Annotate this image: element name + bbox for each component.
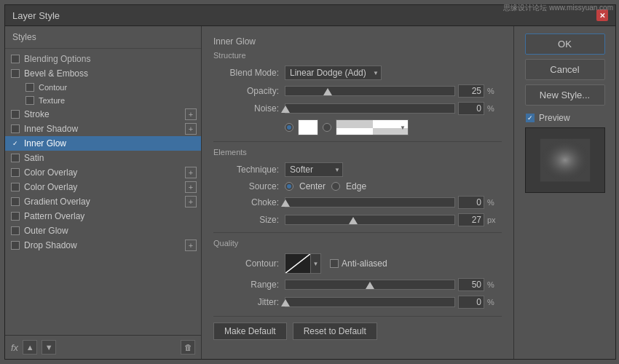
sidebar-item-satin[interactable]: Satin bbox=[5, 151, 201, 165]
bevel-emboss-checkbox[interactable] bbox=[11, 69, 20, 78]
cancel-button[interactable]: Cancel bbox=[525, 59, 605, 80]
jitter-thumb bbox=[281, 299, 290, 306]
contour-dropdown-btn[interactable]: ▼ bbox=[311, 253, 321, 274]
gradient-overlay-add-btn[interactable]: + bbox=[185, 196, 197, 207]
sidebar-item-contour[interactable]: Contour bbox=[5, 81, 201, 94]
inner-glow-checkbox[interactable]: ✓ bbox=[11, 139, 20, 148]
range-input[interactable] bbox=[458, 278, 484, 291]
section-subtitle-structure: Structure bbox=[213, 51, 502, 60]
color-radio[interactable] bbox=[285, 123, 293, 132]
size-slider[interactable] bbox=[285, 215, 455, 225]
pattern-overlay-label: Pattern Overlay bbox=[24, 211, 84, 221]
gradient-overlay-checkbox[interactable] bbox=[11, 197, 20, 206]
drop-shadow-checkbox[interactable] bbox=[11, 241, 20, 250]
texture-checkbox[interactable] bbox=[25, 96, 34, 105]
stroke-add-btn[interactable]: + bbox=[185, 108, 197, 120]
delete-button[interactable]: 🗑 bbox=[181, 340, 195, 355]
anti-aliased-checkbox[interactable] bbox=[330, 259, 339, 268]
sidebar-item-inner-shadow[interactable]: Inner Shadow + bbox=[5, 122, 201, 136]
preview-checkbox[interactable]: ✓ bbox=[526, 114, 535, 122]
dialog-body: Styles Blending Options Bevel & Emboss C… bbox=[5, 26, 615, 359]
sidebar-item-stroke[interactable]: Stroke + bbox=[5, 107, 201, 122]
drop-shadow-add-btn[interactable]: + bbox=[185, 240, 197, 251]
choke-thumb bbox=[281, 199, 290, 207]
inner-shadow-checkbox[interactable] bbox=[11, 124, 20, 133]
jitter-input[interactable] bbox=[458, 296, 484, 309]
anti-aliased-text: Anti-aliased bbox=[342, 258, 387, 269]
jitter-slider-container: % bbox=[285, 296, 502, 309]
jitter-slider[interactable] bbox=[285, 297, 455, 307]
color-overlay-1-add-btn[interactable]: + bbox=[185, 167, 197, 178]
styles-list: Blending Options Bevel & Emboss Contour … bbox=[5, 49, 201, 335]
noise-input[interactable] bbox=[458, 102, 484, 115]
texture-label: Texture bbox=[39, 96, 65, 105]
gradient-swatch[interactable] bbox=[336, 119, 409, 135]
choke-slider[interactable] bbox=[285, 197, 455, 207]
choke-label: Choke: bbox=[213, 197, 279, 207]
move-down-button[interactable]: ▼ bbox=[42, 340, 56, 355]
reset-to-default-button[interactable]: Reset to Default bbox=[293, 323, 377, 340]
source-edge-radio[interactable] bbox=[331, 182, 340, 191]
preview-label: Preview bbox=[539, 113, 570, 123]
inner-shadow-add-btn[interactable]: + bbox=[185, 123, 197, 135]
sidebar-item-color-overlay-2[interactable]: Color Overlay + bbox=[5, 180, 201, 194]
color-swatch[interactable] bbox=[298, 119, 318, 135]
blending-options-checkbox[interactable] bbox=[11, 55, 20, 63]
sidebar-item-blending-options[interactable]: Blending Options bbox=[5, 52, 201, 66]
outer-glow-checkbox[interactable] bbox=[11, 226, 20, 235]
left-panel: Styles Blending Options Bevel & Emboss C… bbox=[5, 26, 202, 359]
new-style-button[interactable]: New Style... bbox=[525, 84, 605, 106]
satin-label: Satin bbox=[24, 153, 44, 163]
color-preview-row bbox=[213, 119, 502, 135]
satin-checkbox[interactable] bbox=[11, 154, 20, 162]
stroke-checkbox[interactable] bbox=[11, 110, 20, 119]
technique-select[interactable]: Softer Precise bbox=[285, 162, 343, 177]
sidebar-item-drop-shadow[interactable]: Drop Shadow + bbox=[5, 238, 201, 253]
source-center-radio[interactable] bbox=[285, 182, 293, 191]
contour-label: Contour: bbox=[213, 258, 279, 269]
move-up-button[interactable]: ▲ bbox=[23, 340, 37, 355]
range-thumb bbox=[366, 282, 374, 289]
make-default-button[interactable]: Make Default bbox=[213, 323, 287, 340]
color-overlay-1-checkbox[interactable] bbox=[11, 168, 20, 177]
blend-mode-dropdown-wrap: Linear Dodge (Add) bbox=[285, 66, 382, 80]
center-panel: Inner Glow Structure Blend Mode: Linear … bbox=[202, 26, 513, 359]
opacity-input[interactable] bbox=[458, 84, 484, 98]
choke-input[interactable] bbox=[458, 196, 484, 209]
ok-button[interactable]: OK bbox=[525, 33, 605, 55]
sidebar-item-inner-glow[interactable]: ✓ Inner Glow bbox=[5, 136, 201, 151]
noise-label: Noise: bbox=[213, 103, 279, 114]
size-input[interactable] bbox=[458, 213, 484, 226]
svg-rect-3 bbox=[540, 139, 589, 182]
pattern-overlay-checkbox[interactable] bbox=[11, 212, 20, 221]
source-center-label: Center bbox=[299, 181, 326, 191]
sidebar-item-color-overlay-1[interactable]: Color Overlay + bbox=[5, 165, 201, 180]
sidebar-item-outer-glow[interactable]: Outer Glow bbox=[5, 223, 201, 238]
sidebar-item-gradient-overlay[interactable]: Gradient Overlay + bbox=[5, 194, 201, 209]
contour-preview[interactable] bbox=[285, 253, 311, 274]
sidebar-item-bevel-emboss[interactable]: Bevel & Emboss bbox=[5, 66, 201, 81]
noise-slider-container: % bbox=[285, 102, 502, 115]
contour-row: Contour: ▼ Anti-aliased bbox=[213, 253, 502, 274]
noise-slider[interactable] bbox=[285, 103, 455, 114]
gradient-radio[interactable] bbox=[323, 123, 331, 132]
bottom-buttons: Make Default Reset to Default bbox=[213, 316, 502, 340]
sidebar-item-texture[interactable]: Texture bbox=[5, 94, 201, 107]
technique-dropdown-wrap: Softer Precise bbox=[285, 162, 343, 177]
blend-mode-select[interactable]: Linear Dodge (Add) bbox=[285, 66, 382, 80]
technique-label: Technique: bbox=[213, 165, 279, 175]
color-overlay-2-checkbox[interactable] bbox=[11, 183, 20, 191]
technique-row: Technique: Softer Precise bbox=[213, 162, 502, 177]
contour-checkbox[interactable] bbox=[25, 83, 34, 92]
inner-shadow-label: Inner Shadow bbox=[24, 124, 78, 134]
noise-thumb bbox=[281, 106, 290, 113]
opacity-slider[interactable] bbox=[285, 86, 455, 96]
range-slider[interactable] bbox=[285, 280, 455, 290]
preview-canvas bbox=[525, 127, 605, 193]
sidebar-item-pattern-overlay[interactable]: Pattern Overlay bbox=[5, 209, 201, 223]
choke-slider-container: % bbox=[285, 196, 502, 209]
fx-label: fx bbox=[11, 342, 18, 353]
opacity-thumb bbox=[323, 88, 332, 95]
blend-mode-row: Blend Mode: Linear Dodge (Add) bbox=[213, 66, 502, 80]
color-overlay-2-add-btn[interactable]: + bbox=[185, 181, 197, 193]
